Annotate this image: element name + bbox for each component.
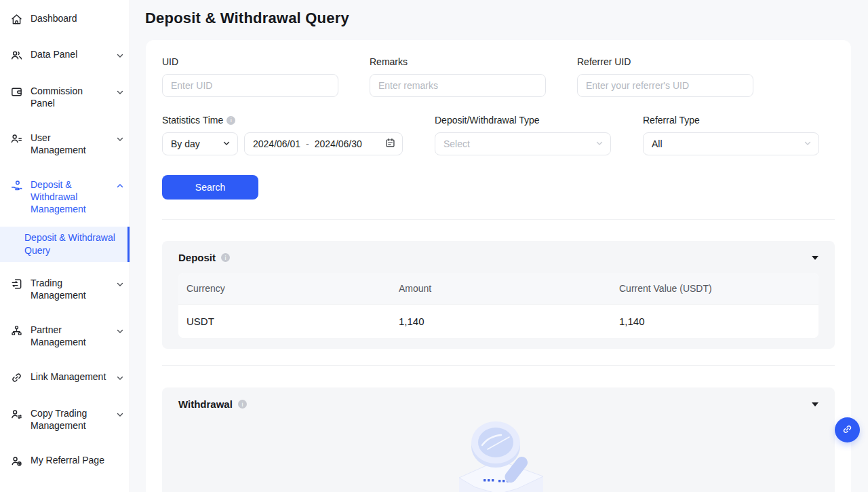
sidebar-item-label: Data Panel bbox=[31, 48, 108, 60]
sidebar-item-my-referral-page[interactable]: My Referral Page bbox=[0, 446, 130, 476]
table-row: USDT 1,140 1,140 bbox=[178, 304, 818, 338]
empty-state bbox=[178, 411, 818, 492]
copy-trading-icon bbox=[9, 407, 23, 421]
divider bbox=[162, 219, 835, 220]
chevron-down-icon bbox=[116, 50, 124, 62]
info-icon[interactable] bbox=[238, 400, 247, 409]
sidebar-item-label: Commission Panel bbox=[31, 85, 108, 109]
collapse-caret-icon[interactable] bbox=[812, 402, 818, 406]
link-icon bbox=[9, 371, 23, 384]
page-title: Deposit & Withdrawal Query bbox=[145, 10, 868, 27]
referrer-uid-label: Referrer UID bbox=[577, 56, 753, 67]
chevron-up-icon bbox=[116, 181, 124, 193]
deposit-section-title: Deposit bbox=[178, 252, 216, 263]
sidebar-item-partner-management[interactable]: Partner Management bbox=[0, 316, 130, 356]
deposit-table: Currency Amount Current Value (USDT) USD… bbox=[178, 273, 818, 338]
sidebar-subitem-deposit-withdrawal-query[interactable]: Deposit & Withdrawal Query bbox=[0, 227, 130, 262]
remarks-field-group: Remarks bbox=[370, 56, 546, 97]
date-end: 2024/06/30 bbox=[315, 138, 362, 149]
sidebar-item-deposit-withdrawal-management[interactable]: Deposit & Withdrawal Management bbox=[0, 170, 130, 223]
dw-type-placeholder: Select bbox=[443, 138, 470, 149]
sidebar-item-link-management[interactable]: Link Management bbox=[0, 362, 130, 393]
sidebar-item-label: Link Management bbox=[31, 371, 108, 383]
empty-state-illustration bbox=[431, 411, 566, 492]
referrer-uid-input[interactable] bbox=[577, 74, 753, 97]
remarks-label: Remarks bbox=[370, 56, 546, 67]
sidebar-item-label: My Referral Page bbox=[31, 454, 124, 466]
info-icon[interactable] bbox=[226, 116, 235, 125]
users-icon bbox=[9, 48, 23, 62]
user-list-icon bbox=[9, 132, 23, 145]
calendar-icon bbox=[385, 138, 395, 150]
sidebar-item-trading-management[interactable]: Trading Management bbox=[0, 269, 130, 309]
chevron-down-icon bbox=[116, 409, 124, 421]
cell-currency: USDT bbox=[178, 316, 399, 327]
sidebar-nav: Dashboard Data Panel Commission Panel Us… bbox=[0, 0, 130, 476]
chevron-down-icon bbox=[804, 138, 812, 149]
dw-type-label: Deposit/Withdrawal Type bbox=[435, 115, 611, 126]
wallet-icon bbox=[9, 85, 23, 98]
column-header-current-value: Current Value (USDT) bbox=[619, 283, 818, 294]
cell-amount: 1,140 bbox=[399, 316, 619, 327]
referral-link-fab[interactable] bbox=[835, 417, 860, 442]
referral-type-group: Referral Type All bbox=[643, 115, 819, 155]
cell-current-value: 1,140 bbox=[619, 316, 818, 327]
info-icon[interactable] bbox=[221, 253, 230, 262]
uid-input[interactable] bbox=[162, 74, 338, 97]
uid-field-group: UID bbox=[162, 56, 338, 97]
sidebar-item-label: Copy Trading Management bbox=[31, 407, 108, 432]
chevron-down-icon bbox=[222, 138, 231, 149]
sidebar-item-user-management[interactable]: User Management bbox=[0, 124, 130, 164]
divider bbox=[162, 365, 835, 366]
sidebar-item-label: Trading Management bbox=[31, 277, 108, 301]
referrer-uid-field-group: Referrer UID bbox=[577, 56, 753, 97]
sidebar-item-copy-trading-management[interactable]: Copy Trading Management bbox=[0, 399, 130, 440]
statistics-time-group: Statistics Time By day 2024/06/01 - 2024… bbox=[162, 115, 403, 155]
date-range-picker[interactable]: 2024/06/01 - 2024/06/30 bbox=[244, 132, 403, 155]
sidebar-item-dashboard[interactable]: Dashboard bbox=[0, 4, 130, 34]
statistics-time-label-text: Statistics Time bbox=[162, 115, 223, 126]
sidebar-item-label: Deposit & Withdrawal Management bbox=[31, 178, 108, 215]
column-header-amount: Amount bbox=[399, 283, 619, 294]
dw-type-select[interactable]: Select bbox=[435, 132, 611, 155]
chevron-down-icon bbox=[116, 326, 124, 338]
org-chart-icon bbox=[9, 324, 23, 337]
granularity-select[interactable]: By day bbox=[162, 132, 238, 155]
withdrawal-section: Withdrawal bbox=[162, 387, 835, 492]
collapse-caret-icon[interactable] bbox=[812, 256, 818, 260]
deposit-table-header: Currency Amount Current Value (USDT) bbox=[178, 273, 818, 304]
referral-type-value: All bbox=[652, 138, 663, 149]
filter-row-2: Statistics Time By day 2024/06/01 - 2024… bbox=[162, 115, 835, 155]
query-card: UID Remarks Referrer UID Statistics Time bbox=[146, 40, 851, 492]
date-separator: - bbox=[306, 138, 309, 149]
sidebar-item-data-panel[interactable]: Data Panel bbox=[0, 40, 130, 71]
home-icon bbox=[9, 12, 23, 26]
chevron-down-icon bbox=[116, 373, 124, 385]
granularity-value: By day bbox=[171, 138, 200, 149]
chevron-down-icon bbox=[116, 134, 124, 146]
main-content: Deposit & Withdrawal Query UID Remarks R… bbox=[130, 10, 868, 492]
chevron-down-icon bbox=[116, 87, 124, 99]
user-plus-icon bbox=[9, 454, 23, 468]
link-icon bbox=[842, 423, 853, 437]
referral-type-select[interactable]: All bbox=[643, 132, 819, 155]
filter-row-1: UID Remarks Referrer UID bbox=[162, 56, 835, 97]
dw-type-group: Deposit/Withdrawal Type Select bbox=[435, 115, 611, 155]
search-button[interactable]: Search bbox=[162, 175, 258, 200]
column-header-currency: Currency bbox=[178, 283, 399, 294]
chevron-down-icon bbox=[116, 279, 124, 291]
sidebar-item-label: User Management bbox=[31, 132, 108, 156]
sidebar: Dashboard Data Panel Commission Panel Us… bbox=[0, 0, 130, 492]
remarks-input[interactable] bbox=[370, 74, 546, 97]
uid-label: UID bbox=[162, 56, 338, 67]
hand-coin-icon bbox=[9, 178, 23, 192]
deposit-section: Deposit Currency Amount Current Value (U… bbox=[162, 241, 835, 349]
date-start: 2024/06/01 bbox=[253, 138, 300, 149]
sidebar-item-label: Dashboard bbox=[31, 12, 124, 24]
withdrawal-section-title: Withdrawal bbox=[178, 398, 233, 410]
statistics-time-label: Statistics Time bbox=[162, 115, 403, 126]
chevron-down-icon bbox=[595, 138, 604, 149]
sidebar-item-label: Partner Management bbox=[31, 324, 108, 348]
referral-type-label: Referral Type bbox=[643, 115, 819, 126]
sidebar-item-commission-panel[interactable]: Commission Panel bbox=[0, 77, 130, 117]
